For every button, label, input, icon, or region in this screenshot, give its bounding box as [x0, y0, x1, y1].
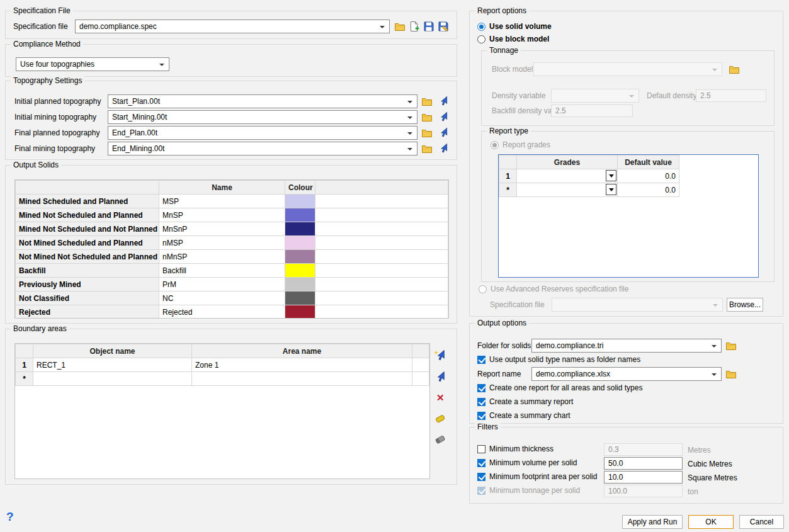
solid-colour-swatch[interactable] [285, 195, 315, 208]
checkbox-icon [477, 459, 485, 467]
solid-type-label: Not Mined Not Scheduled and Planned [16, 250, 159, 264]
cancel-button[interactable]: Cancel [739, 515, 784, 529]
solid-name-cell[interactable]: PrM [159, 278, 285, 291]
compliance-method-combo[interactable]: Use four topographies [16, 57, 169, 71]
grades-table[interactable]: Grades Default value 1 0.0 * 0.0 [498, 154, 759, 278]
solid-name-cell[interactable]: MSP [159, 195, 285, 208]
open-folder-icon[interactable] [421, 111, 433, 123]
solid-colour-swatch[interactable] [285, 236, 315, 250]
minimum-footprint-checkbox[interactable]: Minimum footprint area per solid [477, 472, 597, 481]
help-icon[interactable]: ? [6, 510, 14, 524]
solid-name-cell[interactable]: Backfill [159, 264, 285, 278]
solid-name-cell[interactable]: nMSP [159, 236, 285, 250]
save-icon[interactable] [423, 21, 434, 32]
open-folder-icon[interactable] [421, 143, 433, 154]
eraser-icon[interactable] [434, 433, 446, 446]
highlighter-icon[interactable] [434, 412, 446, 425]
summary-chart-checkbox[interactable]: Create a summary chart [477, 411, 570, 420]
save-as-icon[interactable] [438, 21, 449, 32]
column-header-area-name: Area name [192, 344, 412, 358]
object-name-cell[interactable] [33, 372, 192, 386]
minimum-thickness-checkbox[interactable]: Minimum thickness [477, 444, 553, 453]
new-spec-icon[interactable] [409, 21, 420, 32]
digitise-boundary-icon[interactable] [434, 349, 446, 362]
solid-type-label: Not Mined Scheduled and Planned [16, 236, 159, 250]
report-name-label: Report name [477, 370, 521, 378]
dropdown-button-icon[interactable] [606, 170, 616, 181]
open-folder-icon[interactable] [394, 21, 406, 32]
folder-for-solids-combo[interactable]: demo.compliance.tri [531, 339, 722, 353]
apply-and-run-button[interactable]: Apply and Run [622, 515, 683, 529]
pick-boundary-icon[interactable] [434, 371, 446, 383]
ok-button[interactable]: OK [688, 515, 734, 529]
area-name-cell[interactable]: Zone 1 [192, 358, 412, 372]
solid-colour-swatch[interactable] [285, 250, 315, 264]
dropdown-button-icon[interactable] [606, 184, 616, 195]
solid-name-cell[interactable]: MnSP [159, 208, 285, 222]
default-value-cell[interactable]: 0.0 [618, 169, 679, 183]
solid-colour-swatch[interactable] [285, 264, 315, 278]
default-density-label: Default density [647, 91, 696, 100]
filler-cell [315, 305, 448, 319]
use-output-names-checkbox[interactable]: Use output solid type names as folder na… [477, 355, 640, 364]
one-report-checkbox[interactable]: Create one report for all areas and soli… [477, 383, 642, 392]
solid-name-cell[interactable]: nMnSP [159, 250, 285, 264]
boundary-areas-table[interactable]: Object name Area name 1 RECT_1 Zone 1 * [14, 343, 430, 479]
minimum-footprint-field[interactable]: 10.0 [604, 471, 683, 484]
solid-colour-swatch[interactable] [285, 305, 315, 319]
filler-cell [315, 222, 448, 236]
solid-type-label: Mined Scheduled and Planned [16, 195, 159, 208]
output-solids-table[interactable]: Name Colour Mined Scheduled and Planned … [14, 179, 449, 319]
pick-from-screen-icon[interactable] [438, 143, 449, 154]
final-mining-topography-combo[interactable]: End_Mining.00t [108, 142, 417, 156]
use-block-model-radio[interactable]: Use block model [477, 35, 549, 43]
object-name-cell[interactable]: RECT_1 [33, 358, 192, 372]
open-folder-icon[interactable] [725, 368, 737, 380]
open-folder-icon[interactable] [421, 127, 433, 139]
checkbox-label: Create a summary chart [489, 411, 570, 420]
solid-name-cell[interactable]: NC [159, 291, 285, 305]
initial-mining-topography-combo[interactable]: Start_Mining.00t [108, 110, 417, 124]
solid-colour-swatch[interactable] [285, 291, 315, 305]
table-row: Previously Mined PrM [16, 278, 448, 291]
initial-planned-topography-combo[interactable]: Start_Plan.00t [108, 94, 417, 108]
minimum-tonnage-checkbox: Minimum tonnage per solid [477, 486, 580, 495]
grade-cell[interactable] [517, 169, 618, 183]
open-folder-icon[interactable] [729, 64, 740, 75]
solid-type-label: Previously Mined [16, 278, 159, 291]
filler-cell [315, 291, 448, 305]
filler-cell [315, 278, 448, 291]
pick-from-screen-icon[interactable] [438, 127, 449, 139]
block-model-label: Block model [492, 65, 533, 74]
summary-report-checkbox[interactable]: Create a summary report [477, 397, 573, 406]
final-planned-topography-combo[interactable]: End_Plan.00t [108, 126, 417, 140]
default-value-cell[interactable]: 0.0 [618, 183, 679, 197]
tonnage-group: Tonnage Block model Density variable Def… [481, 50, 775, 126]
open-folder-icon[interactable] [421, 96, 433, 107]
column-header-filler [412, 344, 429, 358]
group-title: Report type [487, 127, 531, 135]
group-title: Report options [475, 6, 529, 15]
report-name-combo[interactable]: demo.compliance.xlsx [531, 367, 722, 381]
specification-file-combo[interactable]: demo.compliance.spec [75, 20, 390, 33]
solid-colour-swatch[interactable] [285, 222, 315, 236]
open-folder-icon[interactable] [725, 340, 737, 351]
solid-colour-swatch[interactable] [285, 208, 315, 222]
table-row: Rejected Rejected [16, 305, 448, 319]
use-solid-volume-radio[interactable]: Use solid volume [477, 22, 552, 31]
checkbox-label: Minimum thickness [489, 444, 553, 453]
table-row: Not Mined Not Scheduled and Planned nMnS… [16, 250, 448, 264]
browse-button[interactable]: Browse... [727, 298, 763, 312]
minimum-volume-checkbox[interactable]: Minimum volume per solid [477, 458, 577, 467]
solid-type-label: Backfill [16, 264, 159, 278]
pick-from-screen-icon[interactable] [438, 111, 449, 123]
solid-name-cell[interactable]: MnSnP [159, 222, 285, 236]
minimum-volume-field[interactable]: 50.0 [604, 457, 683, 470]
solid-colour-swatch[interactable] [285, 278, 315, 291]
pick-from-screen-icon[interactable] [438, 96, 449, 107]
area-name-cell[interactable] [192, 372, 412, 386]
delete-boundary-row-icon[interactable]: ✕ [436, 392, 445, 404]
table-row: 1 0.0 [499, 169, 679, 183]
solid-name-cell[interactable]: Rejected [159, 305, 285, 319]
grade-cell[interactable] [517, 183, 618, 197]
